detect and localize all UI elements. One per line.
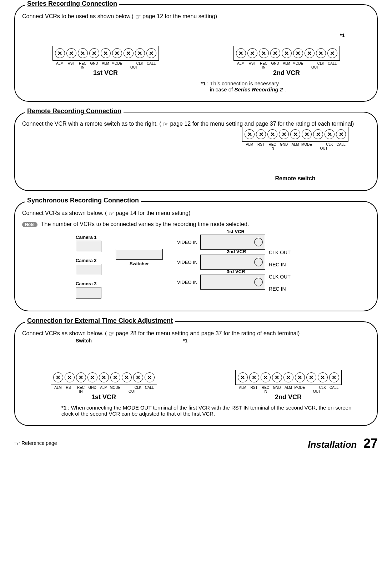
switcher-block: Switcher: [116, 235, 163, 298]
text: page 28 for the menu setting and page 37…: [116, 330, 300, 336]
section-title: Series Recording Connection: [25, 0, 119, 7]
screw-terminal-icon: ✕: [78, 48, 88, 58]
clk-out-label: CLK OUT: [269, 250, 291, 255]
note-line: Note The number of VCRs to be connected …: [22, 221, 370, 227]
vcr-row: VIDEO IN 1st VCR: [177, 235, 265, 250]
clk-out-label: CLK OUT: [269, 274, 291, 280]
label: RST: [255, 142, 267, 146]
terminal-strip: ✕✕✕✕✕✕✕✕✕: [52, 46, 159, 61]
screw-terminal-icon: ✕: [112, 48, 122, 58]
text: Connect VCRs as shown below. (: [22, 210, 107, 216]
text: The number of VCRs to be connected varie…: [41, 221, 249, 227]
camera-icon: [76, 241, 101, 252]
terminal-labels: ALMRSTRECGNDALMMODECLKCALL: [54, 61, 157, 65]
sublabel-row: INOUT: [64, 390, 144, 393]
section-remote-recording: Remote Recording Connection Connect the …: [14, 112, 378, 191]
label: IN: [77, 65, 89, 69]
label: ALM: [244, 142, 255, 146]
star-marker: *1: [183, 338, 187, 343]
label: OUT: [123, 65, 146, 69]
screw-terminal-icon: ✕: [122, 372, 132, 382]
camera-column: Camera 1 Camera 2 Camera 3: [76, 235, 101, 298]
footnote-label: *1: [61, 405, 66, 411]
footnote: *1 : This connection is necessary in cas…: [201, 80, 370, 92]
label: IN: [75, 390, 87, 393]
camera-block: Camera 3: [76, 281, 101, 298]
screw-terminal-icon: ✕: [290, 129, 300, 139]
label: GND: [271, 386, 283, 390]
label: GND: [89, 61, 100, 65]
vcr-unit: 2nd VCR: [200, 255, 265, 270]
side-labels: CLK OUT REC IN CLK OUT REC IN: [269, 250, 291, 298]
footer-right: Installation 27: [308, 436, 378, 451]
rec-in-label: REC IN: [269, 286, 291, 292]
label: RST: [64, 386, 75, 390]
label: REC: [267, 142, 278, 146]
pointer-icon: ☞: [135, 13, 141, 21]
text: .: [284, 86, 286, 92]
dial-icon: [254, 278, 263, 286]
label: ALM: [235, 61, 247, 65]
section-title: Connection for External Time Clock Adjus…: [25, 317, 175, 325]
label: CLK: [324, 142, 335, 146]
video-in-label: VIDEO IN: [177, 280, 197, 285]
footnote: *1 : When connecting the MODE OUT termin…: [61, 405, 363, 417]
note-badge: Note: [22, 222, 37, 227]
vcr-stack: VIDEO IN 1st VCR VIDEO IN 2nd VCR: [177, 235, 265, 298]
screw-terminal-icon: ✕: [124, 48, 134, 58]
vcr-row: VIDEO IN 2nd VCR: [177, 255, 265, 270]
label: MODE: [294, 386, 306, 390]
screw-terminal-icon: ✕: [66, 48, 76, 58]
vcr1-block: ✕✕✕✕✕✕✕✕✕ ALMRSTRECGNDALMMODECLKCALL INO…: [51, 370, 157, 401]
video-in-label: VIDEO IN: [177, 240, 197, 245]
label: REC: [260, 386, 271, 390]
camera-block: Camera 2: [76, 258, 101, 275]
sublabel-row: INOUT: [248, 390, 328, 393]
screw-terminal-icon: ✕: [236, 48, 246, 58]
screw-terminal-icon: ✕: [145, 372, 155, 382]
vcr-row: VIDEO IN 3rd VCR: [177, 275, 265, 290]
screw-terminal-icon: ✕: [146, 48, 156, 58]
sec4-diagram: ✕✕✕✕✕✕✕✕✕ ALMRSTRECGNDALMMODECLKCALL INO…: [22, 370, 370, 401]
sublabel-row: INOUT: [255, 146, 335, 150]
pointer-icon: ☞: [109, 330, 114, 338]
video-in-label: VIDEO IN: [177, 260, 197, 265]
section-external-clock: Connection for External Time Clock Adjus…: [14, 321, 378, 426]
screw-terminal-icon: ✕: [53, 372, 63, 382]
screw-terminal-icon: ✕: [325, 129, 335, 139]
camera-label: Camera 2: [76, 258, 101, 263]
text: in case of: [210, 86, 234, 92]
camera-block: Camera 1: [76, 235, 101, 252]
screw-terminal-icon: ✕: [267, 129, 277, 139]
label: RST: [247, 61, 258, 65]
camera-label: Camera 3: [76, 281, 101, 286]
screw-terminal-icon: ✕: [256, 129, 266, 139]
vcr-block: ✕✕✕✕✕✕✕✕✕ ALMRSTRECGNDALMMODECLKCALL INO…: [242, 127, 348, 182]
vcr-unit: 1st VCR: [200, 235, 265, 250]
label: CALL: [146, 61, 157, 65]
screw-terminal-icon: ✕: [55, 48, 65, 58]
screw-terminal-icon: ✕: [283, 372, 293, 382]
label: GND: [278, 142, 290, 146]
screw-terminal-icon: ✕: [76, 372, 86, 382]
remote-switch-label: Remote switch: [275, 175, 316, 182]
vcr-label: 2nd VCR: [273, 69, 300, 77]
label: CALL: [327, 61, 338, 65]
label: [304, 61, 315, 65]
screw-terminal-icon: ✕: [110, 372, 120, 382]
vcr-label: 1st VCR: [227, 229, 245, 234]
screw-terminal-icon: ✕: [261, 372, 271, 382]
switcher-icon: [116, 249, 163, 260]
camera-icon: [76, 287, 101, 298]
sublabel-row: INOUT: [247, 65, 327, 69]
label: ALM: [283, 386, 294, 390]
sync-diagram: Camera 1 Camera 2 Camera 3 Switcher VIDE…: [76, 235, 370, 298]
label: [121, 386, 132, 390]
dial-icon: [254, 238, 263, 246]
screw-terminal-icon: ✕: [318, 372, 328, 382]
screw-terminal-icon: ✕: [295, 372, 305, 382]
screw-terminal-icon: ✕: [313, 129, 323, 139]
label: IN: [258, 65, 270, 69]
terminal-labels: ALMRSTRECGNDALMMODECLKCALL: [235, 61, 338, 65]
label: ALM: [281, 61, 292, 65]
